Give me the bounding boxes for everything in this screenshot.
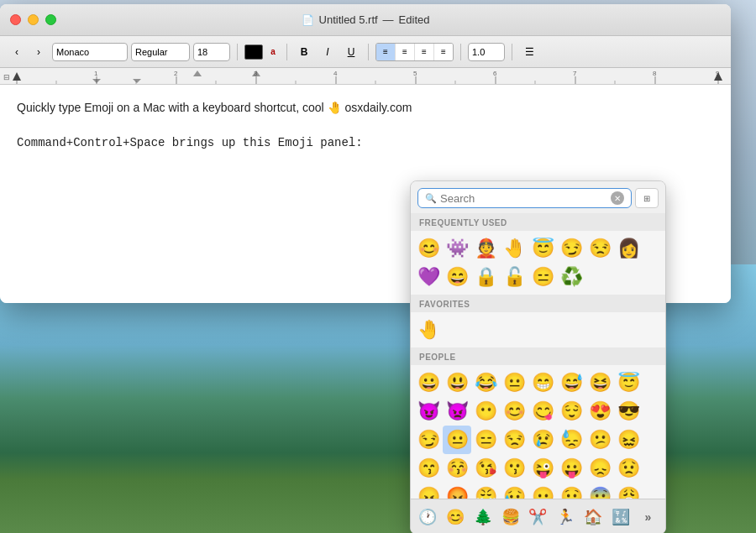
emoji-item[interactable]: 🤚 — [414, 316, 443, 344]
emoji-item[interactable]: 😦 — [528, 483, 557, 499]
toolbar-divider-1 — [237, 44, 238, 60]
emoji-scrollable[interactable]: FREQUENTLY USED 😊 👾 👲 🤚 😇 😏 😒 👩 💜 😄 🔒 🔓 … — [411, 213, 665, 499]
emoji-item[interactable]: 😟 — [614, 454, 643, 483]
underline-button[interactable]: U — [341, 43, 361, 61]
color-swatch[interactable] — [244, 44, 263, 60]
emoji-item[interactable]: 😩 — [614, 483, 643, 499]
emoji-search-bar: 🔍 ✕ ⊞ — [411, 181, 665, 213]
emoji-item[interactable]: 😥 — [500, 483, 528, 499]
emoji-item[interactable]: 😊 — [414, 234, 443, 263]
align-justify-button[interactable]: ≡ — [434, 44, 453, 60]
emoji-item[interactable]: 😖 — [614, 426, 643, 454]
emoji-item[interactable]: 😏 — [557, 234, 585, 263]
emoji-item[interactable]: 😏 — [414, 426, 443, 454]
emoji-item[interactable]: 💜 — [414, 263, 443, 291]
tab-foods[interactable]: 🍔 — [497, 504, 524, 530]
emoji-item[interactable]: 😆 — [585, 368, 614, 397]
text-color-btn[interactable]: a — [266, 45, 280, 59]
emoji-item[interactable]: 😀 — [414, 368, 443, 397]
svg-text:5: 5 — [413, 70, 417, 77]
emoji-item[interactable]: 😜 — [528, 454, 557, 483]
minimize-button[interactable] — [28, 14, 39, 25]
emoji-item[interactable]: 😅 — [557, 368, 585, 397]
emoji-item[interactable]: 😈 — [414, 397, 443, 426]
align-center-button[interactable]: ≡ — [396, 44, 414, 60]
ruler-svg: ⊟ 1 2 3 4 5 6 7 8 9 — [0, 68, 731, 85]
nav-forward-button[interactable]: › — [29, 43, 49, 61]
emoji-search-input[interactable] — [440, 192, 607, 205]
emoji-item[interactable]: 😇 — [614, 368, 643, 397]
emoji-item[interactable]: 😃 — [443, 368, 471, 397]
emoji-item[interactable]: 😇 — [528, 234, 557, 263]
emoji-item[interactable]: ♻️ — [557, 263, 585, 291]
emoji-item[interactable]: 😨 — [585, 483, 614, 499]
svg-text:8: 8 — [653, 70, 657, 77]
emoji-item[interactable]: 🔓 — [500, 263, 528, 291]
emoji-item[interactable]: 😊 — [500, 397, 528, 426]
toolbar-divider-4 — [460, 44, 461, 60]
emoji-item[interactable]: 😞 — [585, 454, 614, 483]
svg-text:6: 6 — [493, 70, 497, 77]
emoji-item[interactable]: 😒 — [500, 426, 528, 454]
tab-more[interactable]: » — [635, 504, 662, 530]
emoji-item[interactable]: 😘 — [471, 454, 500, 483]
nav-group: ‹ › — [7, 43, 49, 61]
size-select[interactable]: 18 — [193, 43, 230, 61]
emoji-item[interactable]: 🤚 — [500, 234, 528, 263]
people-grid: 😀 😃 😂 😐 😁 😅 😆 😇 😈 👿 😶 😊 😋 😌 😍 😎 😏 😐 😑 😒 … — [411, 365, 665, 499]
emoji-item[interactable]: 😗 — [500, 454, 528, 483]
font-select[interactable]: Monaco — [52, 43, 128, 61]
emoji-item[interactable]: 😓 — [557, 426, 585, 454]
maximize-button[interactable] — [45, 14, 56, 25]
emoji-item[interactable]: 😑 — [528, 263, 557, 291]
tab-travel[interactable]: 🏃 — [552, 504, 579, 530]
emoji-item[interactable]: 😍 — [585, 397, 614, 426]
emoji-item[interactable]: 😠 — [414, 483, 443, 499]
style-select[interactable]: Regular — [131, 43, 190, 61]
emoji-item[interactable]: 😚 — [443, 454, 471, 483]
align-right-button[interactable]: ≡ — [415, 44, 433, 60]
emoji-item[interactable]: 😡 — [443, 483, 471, 499]
tab-objects[interactable]: 🏠 — [580, 504, 606, 530]
bold-button[interactable]: B — [294, 43, 314, 61]
emoji-item[interactable]: 😧 — [557, 483, 585, 499]
emoji-item[interactable]: 😒 — [585, 234, 614, 263]
emoji-item[interactable]: 😕 — [585, 426, 614, 454]
emoji-item[interactable]: 😛 — [557, 454, 585, 483]
tab-nature[interactable]: 🌲 — [470, 504, 496, 530]
emoji-item[interactable]: 👾 — [443, 234, 471, 263]
tab-symbols[interactable]: 🔣 — [607, 504, 634, 530]
emoji-grid-toggle[interactable]: ⊞ — [635, 188, 659, 208]
tab-recent[interactable]: 🕐 — [414, 504, 441, 530]
svg-marker-32 — [193, 71, 202, 76]
title-status: Edited — [399, 13, 430, 26]
emoji-item[interactable]: 😢 — [528, 426, 557, 454]
align-left-button[interactable]: ≡ — [376, 44, 395, 60]
tab-smileys[interactable]: 😊 — [442, 504, 469, 530]
emoji-item[interactable]: 😙 — [414, 454, 443, 483]
emoji-item[interactable]: 😌 — [557, 397, 585, 426]
emoji-item[interactable]: 👿 — [443, 397, 471, 426]
emoji-item[interactable]: 😐 — [500, 368, 528, 397]
emoji-item[interactable]: 😎 — [614, 397, 643, 426]
emoji-item[interactable]: 😑 — [471, 426, 500, 454]
emoji-item[interactable]: 😄 — [443, 263, 471, 291]
italic-button[interactable]: I — [318, 43, 338, 61]
emoji-item[interactable]: 🔒 — [471, 263, 500, 291]
tab-activity[interactable]: ✂️ — [524, 504, 551, 530]
emoji-item[interactable]: 😁 — [528, 368, 557, 397]
emoji-item[interactable]: 😤 — [471, 483, 500, 499]
emoji-item[interactable]: 😋 — [528, 397, 557, 426]
list-button[interactable]: ☰ — [519, 43, 539, 61]
toolbar-divider-5 — [512, 44, 512, 60]
emoji-item-selected[interactable]: 😐 — [443, 426, 471, 454]
window-controls — [10, 14, 56, 25]
search-clear-button[interactable]: ✕ — [611, 191, 624, 205]
close-button[interactable] — [10, 14, 21, 25]
nav-back-button[interactable]: ‹ — [7, 43, 27, 61]
emoji-item[interactable]: 👩 — [614, 234, 643, 263]
emoji-item[interactable]: 😂 — [471, 368, 500, 397]
spacing-select[interactable]: 1.0 — [468, 43, 505, 61]
emoji-item[interactable]: 👲 — [471, 234, 500, 263]
emoji-item[interactable]: 😶 — [471, 397, 500, 426]
